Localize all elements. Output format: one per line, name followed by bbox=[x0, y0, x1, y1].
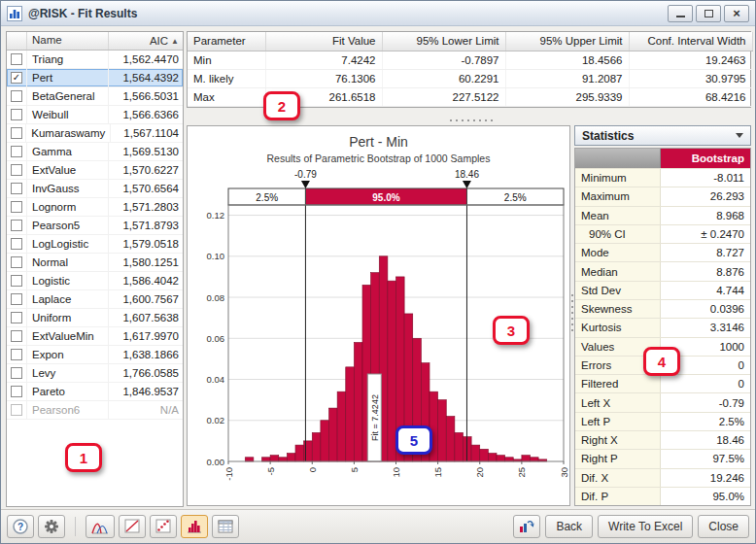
checkbox-unchecked[interactable] bbox=[11, 330, 22, 342]
left-delimiter-marker[interactable] bbox=[301, 181, 310, 188]
qq-plot-button[interactable] bbox=[150, 515, 177, 538]
checkbox-unchecked[interactable] bbox=[11, 201, 22, 213]
pp-plot-button[interactable] bbox=[119, 515, 146, 538]
distribution-name: Pert bbox=[27, 69, 109, 86]
fit-list-row[interactable]: Pareto1,846.9537 bbox=[7, 383, 183, 401]
aic-value: 1,586.4042 bbox=[109, 275, 183, 287]
checkbox-unchecked[interactable] bbox=[11, 90, 22, 102]
aic-value: 1,566.6366 bbox=[109, 109, 183, 120]
svg-text:5: 5 bbox=[349, 467, 360, 472]
checkbox-unchecked[interactable] bbox=[11, 127, 22, 139]
fit-checkbox-cell bbox=[7, 217, 27, 234]
checkbox-unchecked[interactable] bbox=[11, 109, 22, 120]
back-button[interactable]: Back bbox=[545, 515, 593, 538]
fit-list-row[interactable]: Pearson6N/A bbox=[7, 401, 183, 420]
fit-list-row[interactable]: Normal1,580.1251 bbox=[7, 254, 183, 272]
checkbox-unchecked[interactable] bbox=[11, 275, 22, 287]
param-value-cell: 18.4566 bbox=[505, 51, 629, 69]
name-column-header[interactable]: Name bbox=[27, 32, 109, 50]
checkbox-unchecked[interactable] bbox=[11, 386, 22, 397]
fit-list-row[interactable]: Gamma1,569.5130 bbox=[7, 143, 183, 161]
fit-list-rows: Triang1,562.4470✓Pert1,564.4392BetaGener… bbox=[7, 51, 183, 420]
write-to-excel-button[interactable]: Write To Excel bbox=[598, 515, 693, 538]
chevron-down-icon bbox=[736, 133, 743, 138]
checkbox-unchecked[interactable] bbox=[11, 220, 22, 231]
checkbox-unchecked[interactable] bbox=[11, 293, 22, 305]
distribution-name: Pearson5 bbox=[27, 217, 109, 234]
close-dialog-button[interactable]: Close bbox=[698, 515, 749, 538]
window-title: @RISK - Fit Results bbox=[28, 7, 137, 20]
param-value-cell: 30.9795 bbox=[629, 69, 752, 87]
param-column-header[interactable]: 95% Lower Limit bbox=[382, 32, 505, 51]
fit-list-row[interactable]: Pearson51,571.8793 bbox=[7, 217, 183, 235]
distribution-name: Levy bbox=[27, 364, 109, 382]
bootstrap-histogram-button[interactable] bbox=[181, 515, 208, 538]
fit-list-row[interactable]: Logistic1,586.4042 bbox=[7, 272, 183, 290]
param-column-header[interactable]: 95% Upper Limit bbox=[505, 32, 629, 51]
param-value-cell: -0.7897 bbox=[382, 51, 505, 69]
fit-list-row[interactable]: InvGauss1,570.6564 bbox=[7, 180, 183, 198]
checkbox-unchecked[interactable] bbox=[11, 164, 22, 176]
checkbox-unchecked[interactable] bbox=[11, 312, 22, 323]
checkbox-unchecked[interactable] bbox=[11, 146, 22, 157]
fit-list-row[interactable]: ExtValue1,570.6227 bbox=[7, 161, 183, 180]
fit-list-row[interactable]: LogLogistic1,579.0518 bbox=[7, 235, 183, 254]
checkbox-unchecked[interactable] bbox=[11, 404, 22, 416]
fit-list-row[interactable]: Weibull1,566.6366 bbox=[7, 106, 183, 124]
right-delimiter-marker[interactable] bbox=[463, 181, 471, 188]
stat-label: Mean bbox=[575, 207, 661, 224]
fit-list-row[interactable]: ✓Pert1,564.4392 bbox=[7, 69, 183, 87]
distribution-name: Kumaraswamy bbox=[26, 124, 111, 142]
svg-text:0.04: 0.04 bbox=[207, 374, 225, 385]
fit-list-row[interactable]: Expon1,638.1866 bbox=[7, 346, 183, 364]
stat-value: 4.744 bbox=[661, 282, 750, 299]
param-column-header[interactable]: Parameter bbox=[188, 32, 265, 51]
fit-flag: Fit = 7.4242 bbox=[367, 374, 381, 461]
aic-value: 1,617.9970 bbox=[109, 330, 183, 342]
fit-list-row[interactable]: ExtValueMin1,617.9970 bbox=[7, 327, 183, 346]
chart-export-button[interactable] bbox=[513, 515, 540, 538]
fit-list-row[interactable]: BetaGeneral1,566.5031 bbox=[7, 87, 183, 106]
splitter-handle-horizontal[interactable] bbox=[448, 119, 493, 122]
stat-value: 0 bbox=[661, 375, 750, 392]
fit-list-row[interactable]: Lognorm1,571.2803 bbox=[7, 198, 183, 217]
stat-label: Dif. P bbox=[575, 488, 661, 505]
fit-checkbox-cell bbox=[7, 124, 26, 142]
stats-corner-cell bbox=[575, 149, 661, 168]
stat-label: Left X bbox=[575, 393, 661, 411]
settings-button[interactable] bbox=[38, 515, 65, 538]
fit-list-row[interactable]: Laplace1,600.7567 bbox=[7, 290, 183, 309]
checkbox-unchecked[interactable] bbox=[11, 256, 22, 268]
aic-column-header[interactable]: AIC ▲ bbox=[109, 32, 183, 50]
fit-checkbox-cell bbox=[7, 383, 27, 400]
data-table-button[interactable] bbox=[212, 515, 239, 538]
titlebar[interactable]: @RISK - Fit Results × bbox=[1, 1, 755, 26]
param-column-header[interactable]: Conf. Interval Width bbox=[629, 32, 752, 51]
maximize-button[interactable] bbox=[696, 5, 721, 22]
fit-list-row[interactable]: Triang1,562.4470 bbox=[7, 51, 183, 69]
fit-list-row[interactable]: Kumaraswamy1,567.1104 bbox=[7, 124, 183, 143]
statistics-dropdown[interactable]: Statistics bbox=[574, 125, 751, 146]
checkbox-checked[interactable]: ✓ bbox=[11, 72, 22, 84]
checkbox-unchecked[interactable] bbox=[11, 53, 22, 65]
stat-label: Right P bbox=[575, 450, 661, 467]
fit-list-row[interactable]: Uniform1,607.5638 bbox=[7, 309, 183, 327]
close-button[interactable]: × bbox=[724, 5, 749, 22]
stats-row: Right X18.46 bbox=[575, 430, 750, 449]
checkbox-unchecked[interactable] bbox=[11, 349, 22, 360]
statistics-dropdown-label: Statistics bbox=[582, 129, 634, 143]
param-column-header[interactable]: Fit Value bbox=[265, 32, 382, 51]
checkbox-unchecked[interactable] bbox=[11, 183, 22, 194]
distribution-name: Pearson6 bbox=[27, 401, 109, 419]
minimize-button[interactable] bbox=[668, 5, 693, 22]
checkbox-unchecked[interactable] bbox=[11, 238, 22, 250]
distribution-name: BetaGeneral bbox=[27, 87, 109, 105]
help-button[interactable]: ? bbox=[7, 515, 34, 538]
fit-list-row[interactable]: Levy1,766.0585 bbox=[7, 364, 183, 383]
svg-text:20: 20 bbox=[474, 467, 485, 478]
stats-row: Left P2.5% bbox=[575, 412, 750, 430]
checkbox-unchecked[interactable] bbox=[11, 367, 22, 379]
left-delimiter-marker-value: -0.79 bbox=[294, 169, 317, 180]
aic-value: 1,567.1104 bbox=[111, 127, 183, 139]
fit-comparison-button[interactable] bbox=[86, 515, 115, 538]
